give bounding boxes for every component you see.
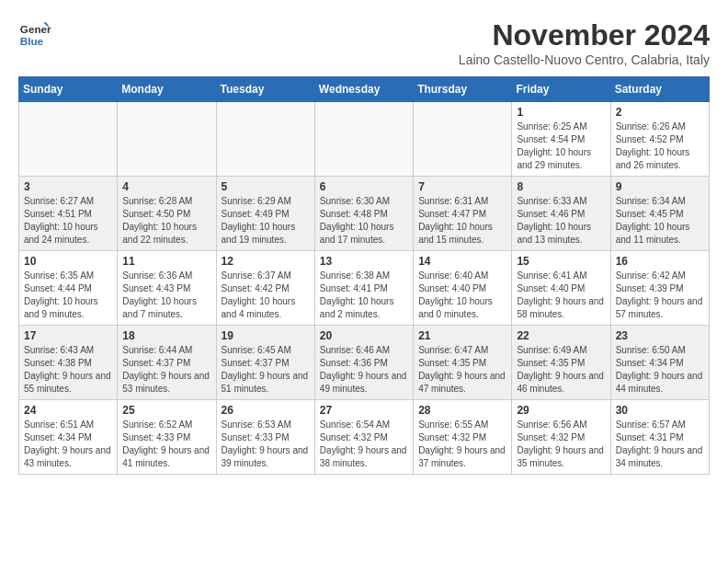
calendar-day-cell: 26Sunrise: 6:53 AM Sunset: 4:33 PM Dayli… (216, 400, 314, 475)
calendar-day-cell: 25Sunrise: 6:52 AM Sunset: 4:33 PM Dayli… (118, 400, 216, 475)
day-info: Sunrise: 6:46 AM Sunset: 4:36 PM Dayligh… (320, 344, 408, 396)
day-info: Sunrise: 6:37 AM Sunset: 4:42 PM Dayligh… (222, 270, 310, 321)
weekday-header: Friday (512, 77, 610, 102)
day-info: Sunrise: 6:41 AM Sunset: 4:40 PM Dayligh… (517, 270, 605, 321)
day-info: Sunrise: 6:33 AM Sunset: 4:46 PM Dayligh… (517, 195, 605, 247)
day-info: Sunrise: 6:40 AM Sunset: 4:40 PM Dayligh… (418, 270, 506, 321)
day-info: Sunrise: 6:45 AM Sunset: 4:37 PM Dayligh… (222, 344, 310, 396)
day-info: Sunrise: 6:36 AM Sunset: 4:43 PM Dayligh… (122, 270, 210, 321)
calendar-table: SundayMondayTuesdayWednesdayThursdayFrid… (18, 76, 710, 475)
day-info: Sunrise: 6:28 AM Sunset: 4:50 PM Dayligh… (122, 195, 210, 247)
day-number: 6 (320, 180, 408, 193)
day-number: 10 (24, 255, 112, 268)
day-number: 3 (24, 180, 112, 193)
day-info: Sunrise: 6:49 AM Sunset: 4:35 PM Dayligh… (517, 344, 605, 396)
calendar-day-cell (216, 102, 314, 177)
day-number: 5 (222, 180, 310, 193)
day-info: Sunrise: 6:52 AM Sunset: 4:33 PM Dayligh… (122, 419, 210, 470)
day-number: 13 (320, 255, 408, 268)
day-info: Sunrise: 6:26 AM Sunset: 4:52 PM Dayligh… (616, 121, 704, 172)
calendar-day-cell: 4Sunrise: 6:28 AM Sunset: 4:50 PM Daylig… (118, 177, 216, 251)
day-number: 2 (616, 106, 704, 119)
day-number: 17 (24, 329, 112, 342)
day-info: Sunrise: 6:35 AM Sunset: 4:44 PM Dayligh… (24, 270, 112, 321)
calendar-day-cell: 23Sunrise: 6:50 AM Sunset: 4:34 PM Dayli… (610, 326, 709, 400)
location-subtitle: Laino Castello-Nuovo Centro, Calabria, I… (459, 52, 710, 67)
day-number: 7 (418, 180, 506, 193)
calendar-day-cell: 1Sunrise: 6:25 AM Sunset: 4:54 PM Daylig… (512, 102, 610, 177)
calendar-day-cell: 27Sunrise: 6:54 AM Sunset: 4:32 PM Dayli… (314, 400, 413, 475)
day-info: Sunrise: 6:57 AM Sunset: 4:31 PM Dayligh… (616, 419, 704, 470)
calendar-day-cell: 30Sunrise: 6:57 AM Sunset: 4:31 PM Dayli… (610, 400, 709, 475)
calendar-day-cell: 13Sunrise: 6:38 AM Sunset: 4:41 PM Dayli… (314, 251, 413, 326)
calendar-day-cell: 12Sunrise: 6:37 AM Sunset: 4:42 PM Dayli… (216, 251, 314, 326)
logo-icon: General Blue (18, 18, 51, 52)
weekday-header: Saturday (610, 77, 709, 102)
day-info: Sunrise: 6:50 AM Sunset: 4:34 PM Dayligh… (616, 344, 704, 396)
day-number: 23 (616, 329, 704, 342)
day-info: Sunrise: 6:51 AM Sunset: 4:34 PM Dayligh… (24, 419, 112, 470)
day-number: 4 (122, 180, 210, 193)
day-number: 30 (616, 404, 704, 417)
day-number: 18 (122, 329, 210, 342)
calendar-day-cell: 6Sunrise: 6:30 AM Sunset: 4:48 PM Daylig… (314, 177, 413, 251)
svg-text:Blue: Blue (20, 35, 44, 47)
day-number: 28 (418, 404, 506, 417)
calendar-day-cell (118, 102, 216, 177)
calendar-day-cell: 19Sunrise: 6:45 AM Sunset: 4:37 PM Dayli… (216, 326, 314, 400)
day-number: 20 (320, 329, 408, 342)
calendar-day-cell: 9Sunrise: 6:34 AM Sunset: 4:45 PM Daylig… (610, 177, 709, 251)
day-info: Sunrise: 6:56 AM Sunset: 4:32 PM Dayligh… (517, 419, 605, 470)
weekday-header-row: SundayMondayTuesdayWednesdayThursdayFrid… (19, 77, 710, 102)
day-info: Sunrise: 6:38 AM Sunset: 4:41 PM Dayligh… (320, 270, 408, 321)
logo: General Blue (18, 18, 51, 52)
day-info: Sunrise: 6:54 AM Sunset: 4:32 PM Dayligh… (320, 419, 408, 470)
calendar-day-cell: 17Sunrise: 6:43 AM Sunset: 4:38 PM Dayli… (19, 326, 118, 400)
calendar-day-cell: 10Sunrise: 6:35 AM Sunset: 4:44 PM Dayli… (19, 251, 118, 326)
day-number: 14 (418, 255, 506, 268)
day-number: 8 (517, 180, 605, 193)
day-info: Sunrise: 6:42 AM Sunset: 4:39 PM Dayligh… (616, 270, 704, 321)
calendar-day-cell (414, 102, 512, 177)
calendar-day-cell: 2Sunrise: 6:26 AM Sunset: 4:52 PM Daylig… (610, 102, 709, 177)
calendar-day-cell: 18Sunrise: 6:44 AM Sunset: 4:37 PM Dayli… (118, 326, 216, 400)
weekday-header: Sunday (19, 77, 118, 102)
calendar-day-cell (19, 102, 118, 177)
day-number: 1 (517, 106, 605, 119)
weekday-header: Monday (118, 77, 216, 102)
day-number: 24 (24, 404, 112, 417)
day-number: 11 (122, 255, 210, 268)
calendar-week-row: 24Sunrise: 6:51 AM Sunset: 4:34 PM Dayli… (19, 400, 710, 475)
day-info: Sunrise: 6:34 AM Sunset: 4:45 PM Dayligh… (616, 195, 704, 247)
day-info: Sunrise: 6:44 AM Sunset: 4:37 PM Dayligh… (122, 344, 210, 396)
day-info: Sunrise: 6:53 AM Sunset: 4:33 PM Dayligh… (222, 419, 310, 470)
calendar-week-row: 17Sunrise: 6:43 AM Sunset: 4:38 PM Dayli… (19, 326, 710, 400)
day-info: Sunrise: 6:27 AM Sunset: 4:51 PM Dayligh… (24, 195, 112, 247)
title-section: November 2024 Laino Castello-Nuovo Centr… (459, 18, 710, 67)
calendar-day-cell: 20Sunrise: 6:46 AM Sunset: 4:36 PM Dayli… (314, 326, 413, 400)
day-number: 16 (616, 255, 704, 268)
weekday-header: Tuesday (216, 77, 314, 102)
day-info: Sunrise: 6:47 AM Sunset: 4:35 PM Dayligh… (418, 344, 506, 396)
calendar-day-cell: 15Sunrise: 6:41 AM Sunset: 4:40 PM Dayli… (512, 251, 610, 326)
day-number: 21 (418, 329, 506, 342)
day-info: Sunrise: 6:31 AM Sunset: 4:47 PM Dayligh… (418, 195, 506, 247)
calendar-week-row: 1Sunrise: 6:25 AM Sunset: 4:54 PM Daylig… (19, 102, 710, 177)
weekday-header: Thursday (414, 77, 512, 102)
calendar-day-cell: 29Sunrise: 6:56 AM Sunset: 4:32 PM Dayli… (512, 400, 610, 475)
day-info: Sunrise: 6:25 AM Sunset: 4:54 PM Dayligh… (517, 121, 605, 172)
weekday-header: Wednesday (314, 77, 413, 102)
day-number: 15 (517, 255, 605, 268)
day-number: 26 (222, 404, 310, 417)
day-number: 22 (517, 329, 605, 342)
day-info: Sunrise: 6:43 AM Sunset: 4:38 PM Dayligh… (24, 344, 112, 396)
calendar-day-cell (314, 102, 413, 177)
day-info: Sunrise: 6:29 AM Sunset: 4:49 PM Dayligh… (222, 195, 310, 247)
calendar-day-cell: 16Sunrise: 6:42 AM Sunset: 4:39 PM Dayli… (610, 251, 709, 326)
day-info: Sunrise: 6:30 AM Sunset: 4:48 PM Dayligh… (320, 195, 408, 247)
day-number: 25 (122, 404, 210, 417)
month-title: November 2024 (459, 18, 710, 52)
page-header: General Blue November 2024 Laino Castell… (18, 18, 710, 67)
calendar-day-cell: 5Sunrise: 6:29 AM Sunset: 4:49 PM Daylig… (216, 177, 314, 251)
day-info: Sunrise: 6:55 AM Sunset: 4:32 PM Dayligh… (418, 419, 506, 470)
